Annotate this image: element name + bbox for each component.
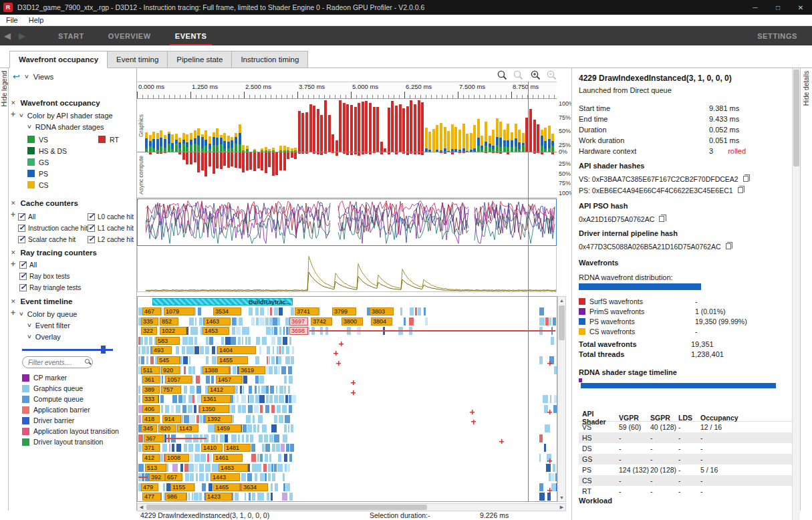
timeline-event-bar[interactable]: 322: [141, 327, 157, 335]
timeline-event-bar[interactable]: 1392: [205, 415, 232, 423]
table-row[interactable]: GS----: [579, 454, 793, 465]
timeline-event-bar[interactable]: 367: [144, 434, 164, 442]
close-section-icon[interactable]: ✕: [11, 298, 16, 305]
tab-event-timing[interactable]: Event timing: [108, 51, 168, 68]
maximize-button[interactable]: □: [767, 0, 789, 15]
table-row[interactable]: DS----: [579, 443, 793, 454]
close-section-icon[interactable]: ✕: [11, 100, 16, 106]
menu-item-help[interactable]: Help: [29, 16, 44, 24]
timeline-event-bar[interactable]: 1412: [208, 386, 235, 394]
timeline-event-bar[interactable]: 511: [141, 366, 160, 374]
timeline-event-bar[interactable]: 3804: [371, 317, 392, 326]
table-row[interactable]: PS124 (132)20 (128)-5 / 16: [579, 465, 793, 475]
checkbox-row-ray-triangle-tests[interactable]: ✓Ray triangle tests: [19, 282, 136, 293]
timeline-event-bar[interactable]: 3634: [241, 483, 268, 491]
timeline-event-bar[interactable]: 1361: [201, 395, 231, 403]
checkbox-row-l1-cache-hit[interactable]: ✓L1 cache hit: [88, 223, 136, 234]
move-section-icon[interactable]: +: [11, 211, 15, 218]
checkbox[interactable]: ✓: [19, 273, 27, 280]
scrollbar-thumb[interactable]: [793, 70, 799, 166]
table-row[interactable]: RT----: [579, 486, 793, 497]
timeline-event-bar[interactable]: 1008: [165, 454, 189, 462]
graphics-occupancy-chart[interactable]: Graphics: [137, 99, 557, 152]
timeline-event-bar[interactable]: 412: [142, 454, 160, 462]
timeline-event-bar[interactable]: 1143: [177, 424, 198, 432]
timeline-event-bar[interactable]: 1465: [213, 483, 240, 491]
copy-icon[interactable]: [738, 187, 743, 193]
checkbox-row-l2-cache-hit[interactable]: ✓L2 cache hit: [88, 234, 136, 245]
timeline-event-bar[interactable]: 1410: [201, 444, 223, 452]
tab-pipeline-state[interactable]: Pipeline state: [168, 51, 232, 68]
timeline-event-bar[interactable]: 657: [165, 473, 182, 481]
nav-item-start[interactable]: START: [56, 32, 86, 40]
timeline-event-bar[interactable]: 371: [142, 444, 160, 452]
checkbox[interactable]: ✓: [19, 284, 27, 291]
hide-legend-strip[interactable]: Hide legend: [0, 68, 9, 511]
checkbox[interactable]: ✓: [88, 225, 95, 232]
timeline-vertical-scrollbar[interactable]: ▲ ▼: [557, 296, 566, 502]
timeline-event-bar[interactable]: 3534: [213, 307, 241, 315]
views-row[interactable]: ↩ ∨ Views: [13, 72, 53, 82]
copy-icon[interactable]: [659, 216, 664, 222]
views-back-icon[interactable]: ↩: [13, 72, 20, 82]
ray-tracing-counters-chart[interactable]: [137, 247, 557, 292]
scrollbar-thumb[interactable]: [146, 505, 427, 510]
timeline-event-bar[interactable]: 1022: [160, 327, 186, 335]
nav-forward-icon[interactable]: ▶: [15, 31, 29, 41]
timeline-event-bar[interactable]: 345: [141, 424, 157, 432]
nav-back-icon[interactable]: ◀: [0, 31, 15, 41]
copy-icon[interactable]: [743, 176, 749, 182]
timeline-event-bar[interactable]: 392: [149, 473, 165, 481]
scrollbar-thumb[interactable]: [559, 305, 565, 340]
timeline-event-bar[interactable]: 1443: [211, 473, 240, 481]
checkbox-row-all[interactable]: ✓All: [19, 259, 136, 271]
tab-wavefront-occupancy[interactable]: Wavefront occupancy: [9, 51, 108, 68]
timeline-event-bar[interactable]: 1453: [202, 327, 229, 335]
scroll-down-icon[interactable]: ▼: [558, 494, 565, 501]
timeline-event-bar[interactable]: 1459: [215, 424, 241, 432]
timeline-event-bar[interactable]: 389: [142, 386, 160, 394]
timeline-event-bar[interactable]: 1388: [202, 366, 229, 374]
timeline-event-bar[interactable]: 3799: [332, 307, 356, 315]
checkbox[interactable]: ✓: [18, 225, 25, 232]
timeline-event-bar[interactable]: 3803: [370, 307, 394, 315]
cache-counters-chart[interactable]: [137, 199, 557, 246]
filter-events-input[interactable]: [22, 356, 93, 368]
scroll-left-icon[interactable]: ◀: [138, 504, 145, 511]
timeline-event-bar[interactable]: 1404: [217, 346, 256, 354]
minimize-button[interactable]: ─: [744, 0, 767, 15]
timeline-event-bar[interactable]: 1057: [165, 376, 192, 384]
close-section-icon[interactable]: ✕: [11, 200, 16, 207]
table-row[interactable]: CS----: [579, 475, 793, 486]
checkbox-row-scalar-cache-hit[interactable]: ✓Scalar cache hit: [18, 234, 88, 245]
timeline-event-bar[interactable]: 1481: [224, 444, 251, 452]
timeline-event-bar[interactable]: 3697: [289, 317, 308, 326]
nav-item-overview[interactable]: OVERVIEW: [106, 32, 153, 40]
move-section-icon[interactable]: +: [11, 111, 15, 118]
timeline-event-bar[interactable]: 757: [161, 386, 181, 394]
timeline-event-bar[interactable]: 406: [142, 405, 160, 413]
timeline-event-bar[interactable]: 1457: [216, 376, 243, 384]
hide-details-strip[interactable]: Hide details: [800, 68, 812, 511]
checkbox-row-ray-box-tests[interactable]: ✓Ray box tests: [19, 271, 136, 282]
details-scrollbar[interactable]: [792, 68, 800, 520]
timeline-event-bar[interactable]: 920: [161, 366, 180, 374]
checkbox-row-all[interactable]: ✓All: [18, 211, 88, 223]
timeline-event-bar[interactable]: 3800: [342, 317, 363, 326]
timeline-event-bar[interactable]: 986: [165, 493, 186, 501]
nav-item-events[interactable]: EVENTS: [173, 32, 209, 40]
timeline-event-bar[interactable]: 479: [141, 483, 158, 491]
timeline-event-bar[interactable]: 3742: [311, 317, 332, 326]
checkbox[interactable]: ✓: [88, 213, 95, 221]
checkbox[interactable]: ✓: [19, 261, 27, 269]
timeline-event-bar[interactable]: 335: [141, 317, 158, 326]
timeline-event-bar[interactable]: 1483: [219, 464, 248, 472]
timeline-event-bar[interactable]: 1155: [170, 483, 194, 491]
timeline-event-bar[interactable]: 1423: [205, 493, 232, 501]
move-section-icon[interactable]: +: [11, 261, 15, 267]
close-section-icon[interactable]: ✕: [11, 249, 16, 256]
timeline-event-bar[interactable]: 583: [156, 337, 180, 345]
move-section-icon[interactable]: +: [11, 309, 15, 316]
dropdown-rdna-shader-stages[interactable]: ∨RDNA shader stages: [27, 121, 136, 132]
timeline-event-bar[interactable]: 493: [152, 346, 172, 354]
